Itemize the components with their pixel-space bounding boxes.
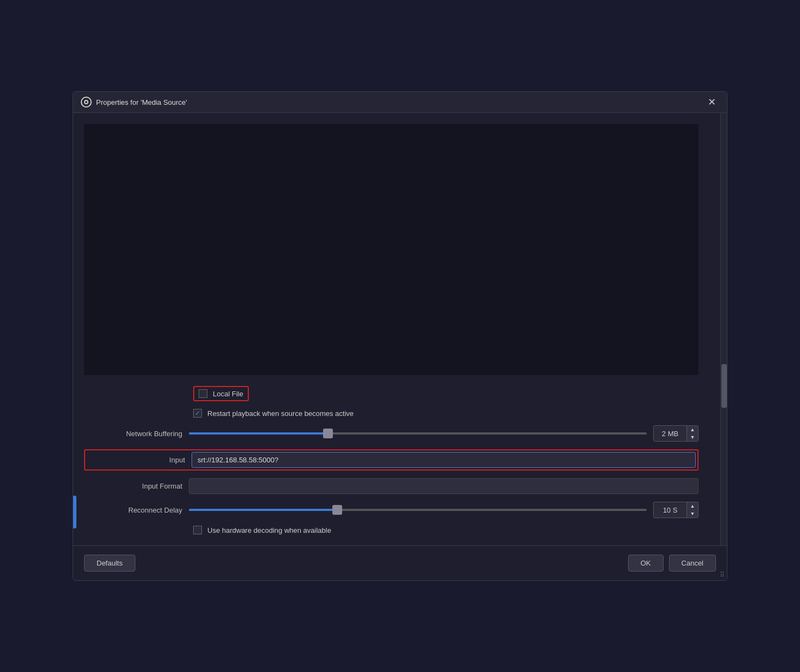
- dialog-window: Properties for 'Media Source' ✕ Local Fi…: [73, 91, 727, 581]
- hardware-decoding-wrapper: Use hardware decoding when available: [193, 526, 331, 534]
- network-buffering-row: Network Buffering 2 MB ▲ ▼: [84, 425, 698, 442]
- restart-playback-checkbox[interactable]: [193, 409, 202, 418]
- local-file-wrapper: Local File: [193, 386, 249, 401]
- reconnect-delay-value: 10 S: [654, 504, 686, 516]
- main-content: Local File Restart playback when source …: [73, 113, 720, 545]
- defaults-button[interactable]: Defaults: [84, 555, 135, 572]
- reconnect-delay-row: Reconnect Delay 10 S ▲ ▼: [84, 502, 698, 518]
- local-file-label: Local File: [213, 390, 243, 398]
- input-field[interactable]: [192, 452, 696, 468]
- reconnect-delay-slider[interactable]: [189, 509, 647, 511]
- input-label: Input: [87, 456, 185, 464]
- blue-accent-bar: [73, 496, 76, 528]
- cancel-button[interactable]: Cancel: [669, 555, 716, 572]
- network-buffering-label: Network Buffering: [84, 430, 182, 438]
- settings-section: Local File Restart playback when source …: [84, 386, 698, 534]
- network-buffering-slider-container: [189, 432, 647, 435]
- scrollbar[interactable]: [720, 113, 727, 545]
- input-format-label: Input Format: [84, 482, 182, 490]
- resize-handle[interactable]: ⠿: [720, 572, 725, 578]
- network-buffering-value: 2 MB: [654, 427, 686, 440]
- local-file-checkbox[interactable]: [199, 389, 207, 398]
- network-buffering-down[interactable]: ▼: [687, 433, 698, 441]
- hardware-decoding-label: Use hardware decoding when available: [207, 526, 331, 534]
- network-buffering-arrows: ▲ ▼: [686, 426, 698, 441]
- scrollbar-thumb[interactable]: [721, 364, 727, 408]
- footer: Defaults OK Cancel: [73, 545, 727, 580]
- reconnect-delay-arrows: ▲ ▼: [686, 502, 698, 518]
- restart-playback-row: Restart playback when source becomes act…: [84, 409, 698, 418]
- reconnect-delay-slider-container: [189, 509, 647, 511]
- close-button[interactable]: ✕: [705, 96, 719, 108]
- reconnect-delay-down[interactable]: ▼: [687, 510, 698, 518]
- network-buffering-up[interactable]: ▲: [687, 426, 698, 433]
- obs-logo-icon: [81, 97, 92, 108]
- network-buffering-slider[interactable]: [189, 432, 647, 435]
- input-format-field[interactable]: [189, 478, 698, 494]
- network-buffering-spinner: 2 MB ▲ ▼: [653, 425, 698, 442]
- reconnect-delay-up[interactable]: ▲: [687, 502, 698, 510]
- hardware-decoding-checkbox[interactable]: [193, 526, 202, 534]
- reconnect-delay-spinner: 10 S ▲ ▼: [653, 502, 698, 518]
- restart-playback-label: Restart playback when source becomes act…: [207, 409, 354, 418]
- input-row: Input: [84, 449, 698, 471]
- restart-playback-wrapper: Restart playback when source becomes act…: [193, 409, 354, 418]
- dialog-title: Properties for 'Media Source': [96, 98, 187, 106]
- title-bar: Properties for 'Media Source' ✕: [73, 92, 727, 113]
- content-area: Local File Restart playback when source …: [73, 113, 727, 545]
- footer-right: OK Cancel: [628, 555, 716, 572]
- input-format-row: Input Format: [84, 478, 698, 494]
- hardware-decoding-row: Use hardware decoding when available: [84, 526, 698, 534]
- local-file-row: Local File: [84, 386, 698, 401]
- preview-area: [84, 124, 698, 375]
- reconnect-delay-label: Reconnect Delay: [84, 506, 182, 514]
- ok-button[interactable]: OK: [628, 555, 664, 572]
- obs-logo-inner: [84, 100, 88, 104]
- title-bar-left: Properties for 'Media Source': [81, 97, 187, 108]
